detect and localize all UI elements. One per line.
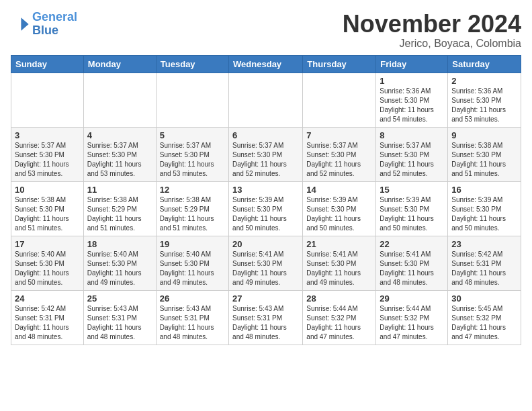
day-number: 10 xyxy=(15,185,80,195)
day-number: 8 xyxy=(380,130,444,140)
weekday-header-tuesday: Tuesday xyxy=(156,55,228,73)
day-number: 26 xyxy=(160,293,225,304)
day-cell: 10Sunrise: 5:38 AMSunset: 5:30 PMDayligh… xyxy=(11,181,84,236)
day-cell: 25Sunrise: 5:43 AMSunset: 5:31 PMDayligh… xyxy=(83,290,156,345)
day-cell: 21Sunrise: 5:41 AMSunset: 5:30 PMDayligh… xyxy=(303,236,376,290)
day-cell: 3Sunrise: 5:37 AMSunset: 5:30 PMDaylight… xyxy=(11,127,84,181)
logo-line2: Blue xyxy=(32,24,58,37)
day-cell xyxy=(303,73,376,127)
day-number: 23 xyxy=(451,239,517,249)
day-number: 20 xyxy=(232,239,299,249)
day-info: Sunrise: 5:42 AMSunset: 5:31 PMDaylight:… xyxy=(451,250,517,287)
day-info: Sunrise: 5:43 AMSunset: 5:31 PMDaylight:… xyxy=(232,304,299,342)
week-row-2: 3Sunrise: 5:37 AMSunset: 5:30 PMDaylight… xyxy=(11,127,521,181)
page: General Blue November 2024 Jerico, Boyac… xyxy=(0,0,532,353)
day-number: 30 xyxy=(451,293,517,304)
day-cell: 15Sunrise: 5:39 AMSunset: 5:30 PMDayligh… xyxy=(376,181,448,236)
day-cell xyxy=(11,73,84,127)
day-cell: 26Sunrise: 5:43 AMSunset: 5:31 PMDayligh… xyxy=(156,290,228,345)
day-number: 22 xyxy=(380,239,444,249)
day-info: Sunrise: 5:44 AMSunset: 5:32 PMDaylight:… xyxy=(380,304,444,342)
day-cell: 7Sunrise: 5:37 AMSunset: 5:30 PMDaylight… xyxy=(303,127,376,181)
day-info: Sunrise: 5:45 AMSunset: 5:32 PMDaylight:… xyxy=(451,304,517,342)
svg-marker-0 xyxy=(21,17,28,31)
day-info: Sunrise: 5:41 AMSunset: 5:30 PMDaylight:… xyxy=(380,250,444,287)
day-number: 18 xyxy=(87,239,152,249)
day-number: 28 xyxy=(306,293,372,304)
day-number: 3 xyxy=(15,130,80,140)
logo: General Blue xyxy=(11,11,77,38)
day-number: 29 xyxy=(380,293,444,304)
week-row-4: 17Sunrise: 5:40 AMSunset: 5:30 PMDayligh… xyxy=(11,236,521,290)
day-number: 16 xyxy=(451,185,517,195)
week-row-3: 10Sunrise: 5:38 AMSunset: 5:30 PMDayligh… xyxy=(11,181,521,236)
weekday-header-thursday: Thursday xyxy=(303,55,376,73)
day-info: Sunrise: 5:36 AMSunset: 5:30 PMDaylight:… xyxy=(380,87,444,124)
day-cell: 8Sunrise: 5:37 AMSunset: 5:30 PMDaylight… xyxy=(376,127,448,181)
day-info: Sunrise: 5:38 AMSunset: 5:30 PMDaylight:… xyxy=(451,141,517,179)
weekday-header-monday: Monday xyxy=(83,55,156,73)
day-cell: 4Sunrise: 5:37 AMSunset: 5:30 PMDaylight… xyxy=(83,127,156,181)
day-number: 17 xyxy=(15,239,80,249)
day-number: 24 xyxy=(15,293,80,304)
day-number: 19 xyxy=(160,239,225,249)
day-info: Sunrise: 5:38 AMSunset: 5:29 PMDaylight:… xyxy=(160,195,225,233)
day-info: Sunrise: 5:40 AMSunset: 5:30 PMDaylight:… xyxy=(15,250,80,287)
week-row-1: 1Sunrise: 5:36 AMSunset: 5:30 PMDaylight… xyxy=(11,73,521,127)
day-cell: 20Sunrise: 5:41 AMSunset: 5:30 PMDayligh… xyxy=(229,236,303,290)
day-cell: 27Sunrise: 5:43 AMSunset: 5:31 PMDayligh… xyxy=(229,290,303,345)
month-title: November 2024 xyxy=(343,11,521,38)
weekday-header-sunday: Sunday xyxy=(11,55,84,73)
day-cell xyxy=(83,73,156,127)
weekday-header-friday: Friday xyxy=(376,55,448,73)
day-number: 12 xyxy=(160,185,225,195)
day-info: Sunrise: 5:36 AMSunset: 5:30 PMDaylight:… xyxy=(451,87,517,124)
day-info: Sunrise: 5:37 AMSunset: 5:30 PMDaylight:… xyxy=(306,141,372,179)
day-info: Sunrise: 5:39 AMSunset: 5:30 PMDaylight:… xyxy=(306,195,372,233)
day-info: Sunrise: 5:37 AMSunset: 5:30 PMDaylight:… xyxy=(87,141,152,179)
day-number: 9 xyxy=(451,130,517,140)
week-row-5: 24Sunrise: 5:42 AMSunset: 5:31 PMDayligh… xyxy=(11,290,521,345)
day-number: 25 xyxy=(87,293,152,304)
day-cell: 28Sunrise: 5:44 AMSunset: 5:32 PMDayligh… xyxy=(303,290,376,345)
day-info: Sunrise: 5:40 AMSunset: 5:30 PMDaylight:… xyxy=(87,250,152,287)
day-cell: 30Sunrise: 5:45 AMSunset: 5:32 PMDayligh… xyxy=(448,290,521,345)
day-cell xyxy=(229,73,303,127)
day-info: Sunrise: 5:41 AMSunset: 5:30 PMDaylight:… xyxy=(232,250,299,287)
day-number: 1 xyxy=(380,76,444,86)
day-number: 4 xyxy=(87,130,152,140)
day-info: Sunrise: 5:37 AMSunset: 5:30 PMDaylight:… xyxy=(380,141,444,179)
day-cell: 23Sunrise: 5:42 AMSunset: 5:31 PMDayligh… xyxy=(448,236,521,290)
day-number: 14 xyxy=(306,185,372,195)
day-number: 27 xyxy=(232,293,299,304)
day-info: Sunrise: 5:41 AMSunset: 5:30 PMDaylight:… xyxy=(306,250,372,287)
day-number: 2 xyxy=(451,76,517,86)
day-number: 5 xyxy=(160,130,225,140)
day-number: 7 xyxy=(306,130,372,140)
logo-line1: General xyxy=(32,10,77,24)
day-info: Sunrise: 5:38 AMSunset: 5:29 PMDaylight:… xyxy=(87,195,152,233)
day-cell: 19Sunrise: 5:40 AMSunset: 5:30 PMDayligh… xyxy=(156,236,228,290)
day-info: Sunrise: 5:37 AMSunset: 5:30 PMDaylight:… xyxy=(160,141,225,179)
day-info: Sunrise: 5:38 AMSunset: 5:30 PMDaylight:… xyxy=(15,195,80,233)
day-cell: 24Sunrise: 5:42 AMSunset: 5:31 PMDayligh… xyxy=(11,290,84,345)
weekday-header-wednesday: Wednesday xyxy=(229,55,303,73)
weekday-header-row: SundayMondayTuesdayWednesdayThursdayFrid… xyxy=(11,55,521,73)
day-cell: 16Sunrise: 5:39 AMSunset: 5:30 PMDayligh… xyxy=(448,181,521,236)
day-cell: 2Sunrise: 5:36 AMSunset: 5:30 PMDaylight… xyxy=(448,73,521,127)
day-info: Sunrise: 5:37 AMSunset: 5:30 PMDaylight:… xyxy=(232,141,299,179)
day-cell: 9Sunrise: 5:38 AMSunset: 5:30 PMDaylight… xyxy=(448,127,521,181)
day-info: Sunrise: 5:43 AMSunset: 5:31 PMDaylight:… xyxy=(87,304,152,342)
day-number: 13 xyxy=(232,185,299,195)
day-cell: 17Sunrise: 5:40 AMSunset: 5:30 PMDayligh… xyxy=(11,236,84,290)
day-info: Sunrise: 5:43 AMSunset: 5:31 PMDaylight:… xyxy=(160,304,225,342)
day-cell: 14Sunrise: 5:39 AMSunset: 5:30 PMDayligh… xyxy=(303,181,376,236)
calendar: SundayMondayTuesdayWednesdayThursdayFrid… xyxy=(11,55,521,345)
day-info: Sunrise: 5:37 AMSunset: 5:30 PMDaylight:… xyxy=(15,141,80,179)
day-info: Sunrise: 5:39 AMSunset: 5:30 PMDaylight:… xyxy=(232,195,299,233)
day-cell: 18Sunrise: 5:40 AMSunset: 5:30 PMDayligh… xyxy=(83,236,156,290)
day-number: 15 xyxy=(380,185,444,195)
header: General Blue November 2024 Jerico, Boyac… xyxy=(11,11,521,50)
day-cell: 11Sunrise: 5:38 AMSunset: 5:29 PMDayligh… xyxy=(83,181,156,236)
logo-text: General Blue xyxy=(32,11,77,38)
